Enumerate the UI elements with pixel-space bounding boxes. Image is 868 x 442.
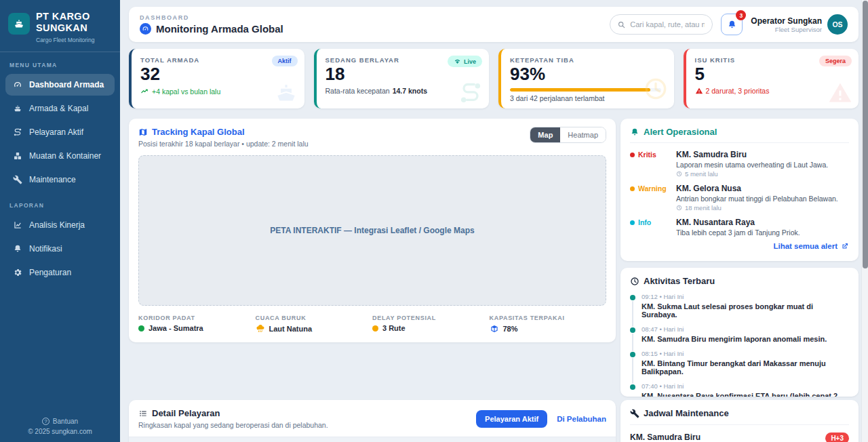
sidebar-item-armada-kapal[interactable]: Armada & Kapal — [5, 98, 115, 119]
sidebar-item-pengaturan[interactable]: Pengaturan — [5, 262, 115, 283]
live-badge-label: Live — [464, 58, 476, 65]
nav-section-label-menu-utama: MENU UTAMA — [0, 52, 120, 72]
search-input[interactable] — [630, 20, 705, 28]
timeline-dot — [630, 295, 635, 300]
ship-watermark-icon — [273, 80, 299, 106]
map-legend: KORIDOR PADAT Jawa - Sumatra CUACA BURUK… — [138, 315, 606, 334]
topbar: DASHBOARD Monitoring Armada Global 3 Ope… — [129, 7, 859, 42]
package-icon — [490, 324, 499, 334]
stat-note-bold: 14.7 knots — [393, 87, 427, 95]
sidebar-item-analisis-kinerja[interactable]: Analisis Kinerja — [5, 214, 115, 236]
route-watermark-icon — [458, 80, 484, 106]
view-all-alerts-link[interactable]: Lihat semua alert — [773, 242, 849, 250]
sidebar-item-label: Analisis Kinerja — [29, 220, 85, 230]
sidebar: PT KARGO SUNGKAN Cargo Fleet Monitoring … — [0, 0, 120, 442]
legend-koridor-padat: KORIDOR PADAT Jawa - Sumatra — [138, 315, 256, 334]
map-panel-subtitle: Posisi terakhir 18 kapal berlayar • upda… — [138, 140, 309, 148]
rain-cloud-icon — [256, 324, 265, 334]
maintenance-ship: KM. Samudra Biru — [630, 433, 701, 442]
breadcrumb: DASHBOARD — [140, 14, 283, 21]
ship-icon — [13, 104, 22, 113]
alert-ship: KM. Gelora Nusa — [676, 184, 838, 193]
wrench-icon — [630, 409, 639, 418]
copyright: © 2025 sungkan.com — [0, 428, 120, 435]
activity-panel-title: Aktivitas Terbaru — [644, 276, 715, 286]
page-scrollbar — [861, 0, 868, 442]
alert-message: Tiba lebih cepat 3 jam di Tanjung Priok. — [676, 228, 800, 237]
ontime-progress-fill — [510, 88, 650, 92]
stat-note: +4 kapal vs bulan lalu — [152, 87, 220, 96]
sidebar-item-dashboard-armada[interactable]: Dashboard Armada — [5, 74, 115, 96]
container-boxes-icon — [13, 151, 22, 161]
alerts-panel-title: Alert Operasional — [644, 127, 717, 137]
trend-up-icon — [140, 87, 149, 96]
green-dot-icon — [138, 325, 144, 332]
alert-ship: KM. Samudra Biru — [676, 150, 828, 159]
voyages-panel-subtitle: Ringkasan kapal yang sedang beroperasi d… — [138, 421, 328, 429]
activity-panel: Aktivitas Terbaru 09:12 • Hari Ini KM. S… — [620, 268, 859, 397]
live-badge: Live — [448, 56, 482, 67]
clock-watermark-icon — [643, 76, 669, 102]
legend-kapasitas-terpakai: KAPASITAS TERPAKAI 78% — [490, 315, 607, 334]
stat-note: 2 darurat, 3 prioritas — [706, 87, 770, 95]
alert-list: Kritis KM. Samudra Biru Laporan mesin ut… — [630, 143, 849, 238]
brand-title: PT KARGO SUNGKAN — [36, 11, 112, 35]
maintenance-panel-title: Jadwal Maintenance — [644, 408, 729, 418]
user-menu[interactable]: Operator Sungkan Fleet Supervisor OS — [751, 14, 848, 35]
sidebar-item-label: Armada & Kapal — [29, 104, 88, 113]
list-icon — [138, 409, 148, 418]
ontime-progress-bar — [510, 88, 661, 92]
alert-item-warning: Warning KM. Gelora Nusa Antrian bongkar … — [630, 184, 849, 212]
maintenance-panel: Jadwal Maintenance KM. Samudra Biru H+3 — [620, 400, 859, 442]
timeline-dot — [630, 327, 635, 333]
scrollbar-thumb[interactable] — [863, 1, 868, 268]
notifications-button[interactable]: 3 — [721, 14, 743, 35]
legend-value: Jawa - Sumatra — [149, 324, 203, 332]
map-placeholder-text: PETA INTERAKTIF — Integrasi Leaflet / Go… — [270, 226, 474, 235]
legend-value: 3 Rute — [382, 324, 406, 332]
activity-time: 08:47 • Hari Ini — [642, 325, 849, 333]
alert-message: Antrian bongkar muat tinggi di Pelabuhan… — [676, 195, 838, 203]
clock-icon — [676, 171, 682, 177]
timeline-dot — [630, 384, 635, 390]
clock-icon — [676, 205, 682, 211]
voyages-table-header: KAPAL RUTE STATUS ETA MUATAN — [129, 437, 616, 442]
voyages-panel-title: Detail Pelayaran — [152, 408, 220, 418]
status-badge: Aktif — [272, 56, 298, 66]
search-icon — [617, 20, 626, 29]
warning-watermark-icon — [827, 80, 853, 106]
sidebar-item-maintenance[interactable]: Maintenance — [5, 169, 115, 190]
bell-icon — [630, 127, 639, 137]
toggle-heatmap-button[interactable]: Heatmap — [560, 127, 606, 142]
legend-label: DELAY POTENSIAL — [372, 315, 490, 321]
map-canvas[interactable]: PETA INTERAKTIF — Integrasi Leaflet / Go… — [138, 155, 606, 306]
legend-delay-potensial: DELAY POTENSIAL 3 Rute — [372, 315, 490, 334]
user-role: Fleet Supervisor — [751, 26, 822, 33]
map-icon — [138, 127, 148, 137]
question-icon: ? — [42, 418, 50, 425]
sidebar-item-pelayaran-aktif[interactable]: Pelayaran Aktif — [5, 121, 115, 143]
bell-icon — [727, 20, 737, 30]
legend-value: 78% — [503, 325, 518, 333]
voyages-panel: Detail Pelayaran Ringkasan kapal yang se… — [129, 400, 616, 442]
activity-item: 09:12 • Hari Ini KM. Sukma Laut selesai … — [630, 293, 849, 319]
activity-text: KM. Nusantara Raya konfirmasi ETA baru (… — [642, 392, 849, 397]
chart-icon — [13, 220, 22, 230]
wifi-icon — [454, 58, 461, 65]
sidebar-item-muatan-kontainer[interactable]: Muatan & Kontainer — [5, 145, 115, 167]
alert-message: Laporan mesin utama overheating di Laut … — [676, 161, 828, 169]
help-label: Bantuan — [53, 418, 78, 425]
help-link[interactable]: ? Bantuan — [42, 418, 78, 425]
bell-icon — [13, 244, 22, 254]
amber-dot-icon — [372, 325, 378, 332]
filter-di-pelabuhan-link[interactable]: Di Pelabuhan — [557, 415, 606, 423]
user-name: Operator Sungkan — [751, 16, 822, 26]
sidebar-item-notifikasi[interactable]: Notifikasi — [5, 238, 115, 260]
filter-pelayaran-aktif-button[interactable]: Pelayaran Aktif — [476, 410, 547, 428]
tracking-map-panel: Tracking Kapal Global Posisi terakhir 18… — [129, 119, 616, 342]
sidebar-item-label: Dashboard Armada — [29, 80, 104, 89]
sidebar-item-label: Muatan & Kontainer — [29, 151, 101, 161]
alert-time: 18 menit lalu — [685, 204, 722, 212]
legend-cuaca-buruk: CUACA BURUK Laut Natuna — [256, 315, 373, 334]
toggle-map-button[interactable]: Map — [530, 127, 560, 142]
